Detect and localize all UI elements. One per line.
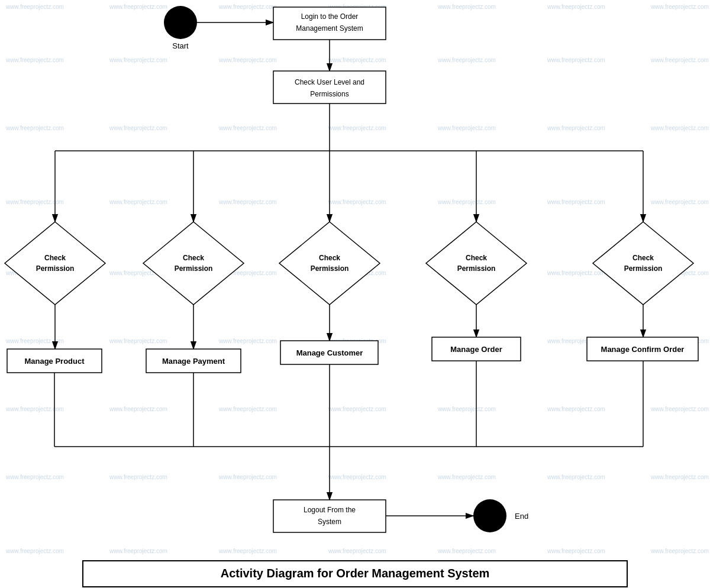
manage-order-label: Manage Order — [450, 345, 502, 354]
watermark: www.freeprojectz.com — [650, 125, 709, 131]
end-node — [473, 499, 506, 532]
watermark: www.freeprojectz.com — [218, 199, 277, 205]
watermark: www.freeprojectz.com — [547, 406, 605, 412]
watermark: www.freeprojectz.com — [5, 125, 64, 131]
check-user-level-label: Check User Level and — [295, 78, 364, 86]
watermark: www.freeprojectz.com — [650, 548, 709, 554]
watermark: www.freeprojectz.com — [218, 406, 277, 412]
watermark: www.freeprojectz.com — [547, 548, 605, 554]
check-permission-5-label2: Permission — [624, 264, 663, 273]
watermark: www.freeprojectz.com — [109, 338, 167, 344]
watermark: www.freeprojectz.com — [328, 406, 386, 412]
watermark: www.freeprojectz.com — [328, 474, 386, 480]
watermark: www.freeprojectz.com — [218, 57, 277, 63]
watermark: www.freeprojectz.com — [328, 199, 386, 205]
watermark: www.freeprojectz.com — [437, 548, 496, 554]
watermark: www.freeprojectz.com — [547, 199, 605, 205]
check-user-level-node — [273, 71, 386, 104]
watermark: www.freeprojectz.com — [5, 4, 64, 10]
check-user-level-label2: Permissions — [310, 90, 348, 98]
watermark: www.freeprojectz.com — [218, 338, 277, 344]
manage-customer-label: Manage Customer — [296, 348, 363, 357]
login-label: Login to the Order — [301, 12, 359, 21]
check-permission-1-node — [5, 222, 105, 305]
watermark: www.freeprojectz.com — [109, 199, 167, 205]
watermark: www.freeprojectz.com — [650, 406, 709, 412]
watermark: www.freeprojectz.com — [218, 4, 277, 10]
check-permission-2-label2: Permission — [175, 264, 213, 273]
watermark: www.freeprojectz.com — [650, 4, 709, 10]
watermark: www.freeprojectz.com — [547, 125, 605, 131]
watermark: www.freeprojectz.com — [5, 548, 64, 554]
diagram-title: Activity Diagram for Order Management Sy… — [221, 567, 490, 580]
check-permission-4-node — [426, 222, 527, 305]
flowchart-diagram: www.freeprojectz.com www.freeprojectz.co… — [0, 0, 710, 588]
watermark: www.freeprojectz.com — [109, 548, 167, 554]
watermark: www.freeprojectz.com — [437, 4, 496, 10]
check-permission-4-label2: Permission — [457, 264, 496, 273]
watermark: www.freeprojectz.com — [5, 57, 64, 63]
logout-label2: System — [318, 518, 341, 526]
end-label: End — [515, 512, 528, 521]
watermark: www.freeprojectz.com — [218, 548, 277, 554]
manage-product-label: Manage Product — [24, 357, 85, 366]
watermark: www.freeprojectz.com — [109, 125, 167, 131]
check-permission-1-label: Check — [44, 254, 66, 262]
watermark: www.freeprojectz.com — [218, 125, 277, 131]
watermark: www.freeprojectz.com — [437, 474, 496, 480]
watermark: www.freeprojectz.com — [650, 57, 709, 63]
start-node — [164, 6, 197, 39]
watermark: www.freeprojectz.com — [328, 125, 386, 131]
watermark: www.freeprojectz.com — [650, 474, 709, 480]
watermark: www.freeprojectz.com — [650, 199, 709, 205]
watermark: www.freeprojectz.com — [437, 199, 496, 205]
watermark: www.freeprojectz.com — [437, 125, 496, 131]
watermark: www.freeprojectz.com — [109, 57, 167, 63]
check-permission-2-label: Check — [183, 254, 204, 262]
logout-node — [273, 500, 386, 532]
watermark: www.freeprojectz.com — [437, 57, 496, 63]
watermark: www.freeprojectz.com — [547, 270, 605, 276]
login-label2: Management System — [296, 24, 363, 33]
check-permission-3-label: Check — [319, 254, 340, 262]
watermark: www.freeprojectz.com — [5, 474, 64, 480]
watermark: www.freeprojectz.com — [218, 474, 277, 480]
check-permission-3-node — [279, 222, 380, 305]
manage-payment-label: Manage Payment — [162, 357, 225, 366]
start-label: Start — [172, 41, 189, 50]
logout-label: Logout From the — [304, 506, 356, 514]
watermark: www.freeprojectz.com — [5, 406, 64, 412]
watermark: www.freeprojectz.com — [437, 406, 496, 412]
watermark: www.freeprojectz.com — [109, 4, 167, 10]
check-permission-3-label2: Permission — [311, 264, 349, 273]
watermark: www.freeprojectz.com — [328, 57, 386, 63]
watermark: www.freeprojectz.com — [547, 57, 605, 63]
manage-confirm-order-label: Manage Confirm Order — [601, 345, 685, 354]
watermark: www.freeprojectz.com — [109, 474, 167, 480]
check-permission-1-label2: Permission — [36, 264, 75, 273]
check-permission-2-node — [143, 222, 244, 305]
watermark: www.freeprojectz.com — [328, 548, 386, 554]
watermark: www.freeprojectz.com — [547, 474, 605, 480]
check-permission-5-label: Check — [632, 254, 654, 262]
check-permission-4-label: Check — [466, 254, 487, 262]
watermark: www.freeprojectz.com — [547, 4, 605, 10]
watermark: www.freeprojectz.com — [109, 406, 167, 412]
check-permission-5-node — [593, 222, 693, 305]
